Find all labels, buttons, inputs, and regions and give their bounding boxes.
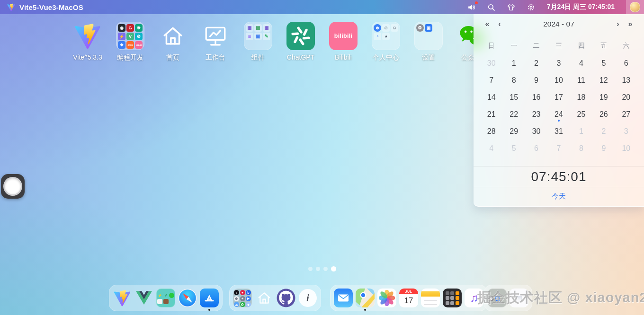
user-avatar[interactable] [630, 2, 640, 12]
calendar-day[interactable]: 9 [525, 72, 547, 89]
calendar-day[interactable]: 2 [592, 123, 615, 140]
dock-vue[interactable] [134, 289, 153, 307]
calendar-day[interactable]: 15 [502, 89, 525, 106]
dock-maps[interactable] [356, 289, 375, 307]
next-month-button[interactable]: › [612, 18, 624, 30]
assistive-touch-button[interactable] [1, 174, 25, 199]
calendar-day[interactable]: 4 [480, 140, 502, 157]
calendar-day[interactable]: 5 [502, 140, 525, 157]
dock-dev-folder[interactable]: ⚡V [156, 289, 175, 307]
calendar-day[interactable]: 20 [615, 89, 637, 106]
dock-photos[interactable] [377, 289, 396, 307]
calendar-day[interactable]: 7 [480, 72, 502, 89]
today-dot [558, 120, 560, 122]
calendar-day[interactable]: 6 [525, 140, 547, 157]
desktop-app-workbench[interactable]: 工作台 [194, 22, 237, 62]
calendar-day[interactable]: 2 [525, 55, 547, 72]
calendar-day[interactable]: 9 [592, 140, 615, 157]
calendar-day[interactable]: 7 [547, 140, 570, 157]
calendar-day[interactable]: 17 [547, 89, 570, 106]
pager-dot[interactable] [323, 267, 328, 271]
desktop-app-user-center[interactable]: ☻☺☺◔◕个人中心 [365, 22, 407, 62]
pager-dot[interactable] [308, 267, 313, 271]
mini-app-icon: ◔ [374, 33, 381, 40]
pager-dot[interactable] [316, 267, 320, 271]
dock-calendar[interactable]: JUL17 [399, 289, 418, 307]
maps-icon [356, 289, 375, 307]
calendar-day[interactable]: 16 [525, 89, 547, 106]
dock-github[interactable] [277, 289, 295, 307]
today-button[interactable]: 今天 [474, 187, 644, 206]
next-year-button[interactable]: » [624, 18, 636, 30]
calendar-day[interactable]: 1 [502, 55, 525, 72]
calendar-day[interactable]: 11 [570, 72, 592, 89]
search-icon[interactable] [487, 3, 496, 11]
weekday-label: 五 [592, 42, 615, 50]
menu-bar-left: Vite5-Vue3-MacOS [7, 3, 83, 11]
pager-dot[interactable] [331, 266, 336, 271]
dock-info[interactable]: i [298, 289, 317, 307]
volume-icon[interactable] [467, 3, 476, 11]
app-label: 首页 [166, 53, 179, 62]
calendar-day[interactable]: 10 [615, 140, 637, 157]
calendar-day[interactable]: 8 [502, 72, 525, 89]
calendar-day[interactable]: 14 [480, 89, 502, 106]
menu-bar-right: 7月24日 周三 07:45:01 [467, 0, 644, 14]
dock-calculator[interactable] [443, 289, 462, 307]
theme-icon[interactable] [507, 3, 516, 11]
calendar-day[interactable]: 19 [592, 89, 615, 106]
desktop-app-settings[interactable]: ⚙▣设置 [407, 22, 450, 62]
dock-vite[interactable] [113, 289, 132, 307]
desktop-app-bilibili[interactable]: bilibiliBilibili [322, 22, 365, 62]
calendar-day[interactable]: 30 [480, 55, 502, 72]
mini-app-icon: ⚡ [157, 293, 162, 298]
dock-notes[interactable] [421, 289, 440, 307]
desktop-app-vite[interactable]: Vite^5.3.3 [66, 22, 109, 62]
calendar-day[interactable]: 3 [547, 55, 570, 72]
prev-year-button[interactable]: « [481, 18, 493, 30]
calendar-day[interactable]: 8 [570, 140, 592, 157]
desktop-app-homepage[interactable]: 首页 [152, 22, 194, 62]
desktop-app-components[interactable]: ▦▦▦≡▣✎组件 [237, 22, 279, 62]
calendar-day[interactable]: 18 [570, 89, 592, 106]
calendar-panel: « ‹ 2024 - 07 › » 日一二三四五六 30123456789101… [474, 14, 644, 207]
calendar-day[interactable]: 21 [480, 106, 502, 123]
mini-app-icon: ▶ [246, 296, 251, 301]
dock-safari[interactable] [178, 289, 197, 307]
weekday-label: 日 [480, 42, 502, 50]
calendar-day[interactable]: 5 [592, 55, 615, 72]
calendar-day[interactable]: 30 [525, 123, 547, 140]
desktop-app-chatgpt[interactable]: ChatGPT [279, 22, 322, 62]
menu-bar-datetime[interactable]: 7月24日 周三 07:45:01 [547, 3, 615, 11]
calendar-day[interactable]: 29 [502, 123, 525, 140]
dock-mail[interactable] [334, 289, 353, 307]
calendar-day[interactable]: 12 [592, 72, 615, 89]
dock-web-folder[interactable]: ♪♥b⚙+▶☁✿◆ [233, 289, 252, 307]
mini-app-icon: ❖ [118, 41, 125, 49]
calendar-day[interactable]: 28 [480, 123, 502, 140]
calendar-day[interactable]: 3 [615, 123, 637, 140]
prev-month-button[interactable]: ‹ [493, 18, 506, 30]
folder-minis: ☻☺☺◔◕ [372, 22, 400, 50]
mini-app-icon: ♥ [240, 290, 245, 295]
calendar-day[interactable]: 22 [502, 106, 525, 123]
calendar-day[interactable]: 27 [615, 106, 637, 123]
calendar-day[interactable]: 6 [615, 55, 637, 72]
user-avatar-wrap[interactable] [626, 0, 644, 14]
dock-home[interactable] [255, 289, 274, 307]
calendar-day[interactable]: 10 [547, 72, 570, 89]
calendar-day-today[interactable]: 24 [547, 106, 570, 123]
calendar-day[interactable]: 13 [615, 72, 637, 89]
calendar-day[interactable]: 26 [592, 106, 615, 123]
settings-icon[interactable] [527, 3, 536, 11]
desktop-app-dev-folder[interactable]: ◉G❋⚡V⚙❖cronLuLu编程开发 [109, 22, 152, 62]
calendar-header: « ‹ 2024 - 07 › » [474, 14, 644, 34]
calendar-day[interactable]: 4 [570, 55, 592, 72]
calendar-day[interactable]: 31 [547, 123, 570, 140]
mini-app-icon [157, 299, 162, 304]
calendar-day[interactable]: 25 [570, 106, 592, 123]
calendar-day[interactable]: 1 [570, 123, 592, 140]
calendar-day[interactable]: 23 [525, 106, 547, 123]
mini-app-icon: ◆ [246, 302, 251, 307]
dock-appstore[interactable] [200, 289, 219, 307]
